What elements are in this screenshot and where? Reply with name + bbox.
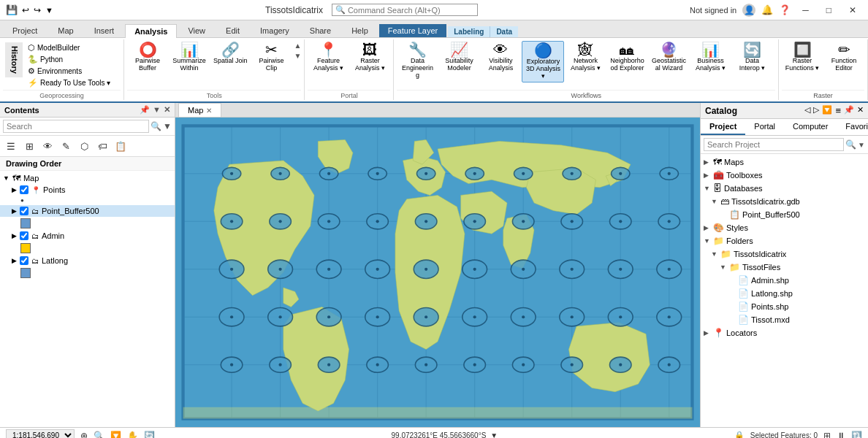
exploratory3d-button[interactable]: 🔵 Exploratory 3D Analysis ▾: [522, 41, 564, 82]
layer-points[interactable]: ▶ 📍 Points: [0, 184, 175, 196]
zoom-to-extent-icon[interactable]: ⊕: [80, 431, 88, 439]
layer-latlong[interactable]: ▶ 🗂 Latlong: [0, 255, 175, 266]
map-tab-close[interactable]: ✕: [206, 107, 212, 115]
rasterfunctions-button[interactable]: 🔲 Raster Functions ▾: [782, 41, 823, 74]
admin-checkbox[interactable]: [20, 231, 28, 240]
tree-toolboxes[interactable]: ▶ 🧰 Toolboxes: [701, 169, 868, 182]
catalog-filter-icon[interactable]: 🔽: [822, 105, 832, 116]
minimize-btn[interactable]: ─: [796, 4, 815, 17]
catalog-search-icon[interactable]: 🔍: [845, 139, 856, 150]
catalog-search-dropdown[interactable]: ▼: [858, 141, 865, 149]
catalog-forward-icon[interactable]: ▷: [813, 105, 819, 116]
buffer-checkbox[interactable]: [20, 207, 28, 215]
maximize-btn[interactable]: □: [821, 4, 837, 17]
suitabilitymodeler-button[interactable]: 📈 Suitability Modeler: [438, 41, 479, 74]
catalog-tab-portal[interactable]: Portal: [745, 119, 784, 135]
visibilityanalysis-button[interactable]: 👁 Visibility Analysis: [480, 41, 521, 74]
catalog-search-input[interactable]: [704, 138, 844, 151]
python-button[interactable]: 🐍 Python: [26, 54, 113, 65]
businessanalysis-button[interactable]: 📊 Business Analysis ▾: [690, 41, 731, 74]
tree-locators[interactable]: ▶ 📍 Locators: [701, 326, 868, 339]
featureanalysis-button[interactable]: 📍 Feature Analysis ▾: [308, 41, 349, 74]
help-icon[interactable]: ❓: [779, 4, 791, 15]
contents-tool-grid[interactable]: ⊞: [21, 138, 37, 154]
contents-tool-label[interactable]: 🏷: [94, 138, 110, 154]
catalog-pin-icon[interactable]: 📌: [844, 105, 854, 116]
coordinates-dropdown[interactable]: ▼: [490, 431, 498, 438]
environments-button[interactable]: ⚙ Environments: [26, 66, 113, 77]
tree-tissot-mxd[interactable]: ▶ 📄 Tissot.mxd: [701, 313, 868, 326]
contents-tool-symbol[interactable]: ⬡: [76, 138, 92, 154]
tab-insert[interactable]: Insert: [85, 23, 124, 37]
redo-icon[interactable]: ↪: [34, 5, 41, 15]
contents-search-icon[interactable]: 🔍: [151, 121, 161, 131]
map-controls[interactable]: ⊞: [823, 431, 831, 439]
readytouse-button[interactable]: ⚡ Ready To Use Tools ▾: [26, 77, 113, 88]
geostatisticalwizard-button[interactable]: 🔮 Geostatistical Wizard: [648, 41, 689, 74]
zoom-out-icon[interactable]: 🔽: [110, 431, 121, 439]
tree-folders[interactable]: ▼ 📁 Folders: [701, 234, 868, 247]
notifications-icon[interactable]: 🔔: [761, 4, 773, 15]
pairwisebuffer-button[interactable]: ⭕ Pairwise Buffer: [127, 41, 168, 74]
pause-icon[interactable]: ⏸: [837, 431, 845, 439]
contents-pin-icon[interactable]: 📌: [140, 105, 150, 115]
save-icon[interactable]: 💾: [6, 4, 18, 15]
contents-tool-visibility[interactable]: 👁: [39, 138, 56, 154]
layer-admin[interactable]: ▶ 🗂 Admin: [0, 230, 175, 242]
contents-close-icon[interactable]: ✕: [164, 105, 170, 115]
functioneditor-button[interactable]: ✏ Function Editor: [823, 41, 864, 74]
undo-icon[interactable]: ↩: [22, 5, 29, 15]
zoom-in-icon[interactable]: 🔍: [94, 431, 104, 439]
command-search-input[interactable]: [348, 6, 465, 15]
summarizewithin-button[interactable]: 📊 Summarize Within: [169, 41, 210, 74]
user-icon[interactable]: 👤: [742, 4, 755, 17]
contents-search-input[interactable]: [3, 120, 149, 133]
contents-menu-icon[interactable]: ▼: [153, 105, 161, 115]
spatialjoin-button[interactable]: 🔗 Spatial Join: [210, 41, 251, 66]
tab-project[interactable]: Project: [3, 23, 47, 37]
scale-selector[interactable]: 1:181,546,690: [6, 429, 75, 438]
modelbuilder-button[interactable]: ⬡ ModelBuilder: [26, 42, 113, 53]
layer-map[interactable]: ▼ 🗺 Map: [0, 172, 175, 184]
contents-tool-table[interactable]: 📋: [113, 138, 129, 154]
pairwiseclip-button[interactable]: ✂ Pairwise Clip: [251, 41, 292, 74]
layer-pointbuffer500[interactable]: ▶ 🗂 Point_Buffer500: [0, 205, 175, 217]
pan-icon[interactable]: ✋: [127, 431, 138, 439]
tab-view[interactable]: View: [178, 23, 215, 37]
catalog-tab-computer[interactable]: Computer: [784, 119, 837, 135]
points-checkbox[interactable]: [20, 185, 28, 194]
tree-styles[interactable]: ▶ 🎨 Styles: [701, 221, 868, 234]
tree-tissots-folder[interactable]: ▼ 📁 TissotsIdicatrix: [701, 247, 868, 261]
tree-maps[interactable]: ▶ 🗺 Maps: [701, 155, 868, 169]
contents-tool-edit[interactable]: ✎: [58, 138, 74, 154]
tab-feature-layer[interactable]: Feature Layer: [379, 24, 446, 37]
contents-tool-list[interactable]: ☰: [3, 138, 19, 154]
map-tab[interactable]: Map ✕: [178, 103, 221, 117]
neighborhoodexplorer-button[interactable]: 🏘 Neighborhood Explorer: [606, 41, 647, 74]
command-search-box[interactable]: 🔍: [332, 4, 478, 16]
tree-admin-shp[interactable]: ▶ 📄 Admin.shp: [701, 274, 868, 287]
tree-latlong-shp[interactable]: ▶ 📄 Latlong.shp: [701, 287, 868, 300]
tab-analysis[interactable]: Analysis: [125, 24, 177, 38]
tools-scroll-down[interactable]: ▼: [294, 51, 302, 61]
tree-databases[interactable]: ▼ 🗄 Databases: [701, 182, 868, 195]
rasteranalysis-button[interactable]: 🖼 Raster Analysis ▾: [349, 41, 390, 74]
latlong-checkbox[interactable]: [20, 256, 28, 265]
catalog-menu-icon[interactable]: ≡: [835, 105, 841, 116]
tree-points-shp[interactable]: ▶ 📄 Points.shp: [701, 300, 868, 313]
tree-gdb[interactable]: ▼ 🗃 TissotsIdicatrix.gdb: [701, 195, 868, 208]
tab-imagery[interactable]: Imagery: [251, 23, 299, 37]
tree-pointbuffer[interactable]: ▶ 📋 Point_Buffer500: [701, 208, 868, 221]
catalog-close-icon[interactable]: ✕: [857, 105, 864, 116]
networkanalysis-button[interactable]: 🕸 Network Analysis ▾: [565, 41, 606, 74]
tab-data[interactable]: Data: [490, 26, 518, 37]
tab-labeling[interactable]: Labeling: [448, 26, 490, 37]
tab-edit[interactable]: Edit: [216, 23, 249, 37]
tab-share[interactable]: Share: [300, 23, 340, 37]
catalog-tab-project[interactable]: Project: [701, 119, 745, 135]
tree-tissotfiles-folder[interactable]: ▼ 📁 TissotFiles: [701, 261, 868, 274]
tab-map[interactable]: Map: [48, 23, 83, 37]
customize-icon[interactable]: ▼: [45, 6, 53, 15]
contents-filter-icon[interactable]: ▼: [163, 121, 172, 131]
refresh-icon[interactable]: 🔃: [851, 431, 862, 439]
